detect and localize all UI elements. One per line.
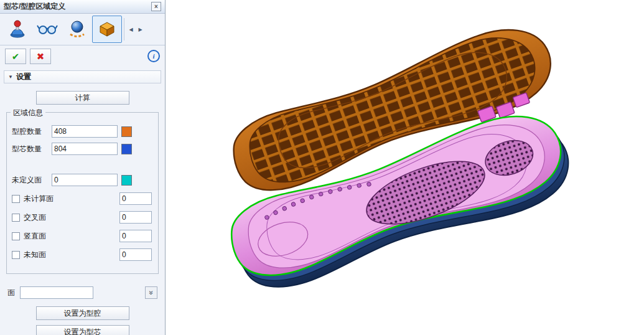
vertical-face-checkbox[interactable] [12,232,20,240]
app: { "panel": { "title": "型芯/型腔区域定义", "clos… [0,0,644,335]
core-count-input[interactable] [52,143,118,155]
box-region-tool-button[interactable] [92,16,122,43]
unknown-face-input[interactable] [119,248,152,261]
collapse-triangle-icon: ▼ [8,74,13,80]
calculate-button[interactable]: 计算 [36,91,129,105]
face-input[interactable] [20,286,93,299]
uncalculated-face-label: 未计算面 [24,194,119,204]
face-label: 面 [7,288,15,298]
vertical-face-label: 竖直面 [24,231,119,242]
cross-face-row: 交叉面 [12,211,153,224]
sphere-tool-button[interactable] [62,16,92,43]
dialog-toolbar: ◀ ▶ [0,14,165,45]
cavity-count-label: 型腔数量 [12,126,48,137]
undefined-face-label: 未定义面 [12,175,48,186]
double-chevron-icon: » [147,291,156,295]
dialog-title: 型芯/型腔区域定义 [4,1,65,12]
core-stamp-icon [7,19,27,40]
face-expand-button[interactable]: » [145,286,157,299]
region-info-groupbox: 区域信息 型腔数量 型芯数量 未定义面 未计算面 [6,112,159,274]
undefined-color-swatch[interactable] [121,175,132,186]
core-count-row: 型芯数量 [12,143,153,155]
set-as-core-button[interactable]: 设置为型芯 [36,325,129,335]
cross-face-checkbox[interactable] [12,214,20,222]
cross-face-input[interactable] [119,211,152,224]
dialog-content: 计算 区域信息 型腔数量 型芯数量 未定义面 未计算面 [0,83,165,335]
cavity-count-row: 型腔数量 [12,125,153,138]
cavity-color-swatch[interactable] [121,126,132,137]
toolbar-separator [124,18,124,40]
settings-section-header[interactable]: ▼ 设置 [4,70,161,83]
3d-viewport[interactable] [166,0,644,335]
cavity-count-input[interactable] [52,125,118,138]
settings-label: 设置 [16,72,31,82]
glasses-view-tool-button[interactable] [32,16,62,43]
uncalculated-face-input[interactable] [119,192,152,205]
box-icon [97,19,117,40]
info-icon[interactable]: i [147,50,160,62]
vertical-face-row: 竖直面 [12,230,153,242]
uncalculated-face-checkbox[interactable] [12,195,20,203]
cross-face-label: 交叉面 [24,212,119,223]
unknown-face-row: 未知面 [12,248,153,261]
unknown-face-checkbox[interactable] [12,251,20,259]
region-info-legend: 区域信息 [11,108,45,118]
undefined-face-input[interactable] [52,174,118,186]
core-stamp-tool-button[interactable] [2,16,32,43]
undefined-face-row: 未定义面 [12,174,153,186]
unknown-face-label: 未知面 [24,250,119,260]
cancel-button[interactable]: ✖ [30,49,51,64]
vertical-face-input[interactable] [119,230,152,242]
confirm-bar: ✔ ✖ i [0,45,165,65]
dialog-titlebar: 型芯/型腔区域定义 × [0,0,165,14]
check-icon: ✔ [12,52,20,61]
toolbar-next-arrow[interactable]: ▶ [136,17,145,42]
sphere-icon [67,19,87,40]
toolbar-prev-arrow[interactable]: ◀ [126,17,136,42]
core-count-label: 型芯数量 [12,144,48,154]
uncalculated-face-row: 未计算面 [12,192,153,205]
glasses-icon [37,19,58,40]
core-cavity-dialog: 型芯/型腔区域定义 × [0,0,166,335]
x-icon: ✖ [37,52,45,61]
ok-button[interactable]: ✔ [5,49,26,64]
face-select-row: 面 » [7,286,157,299]
close-icon[interactable]: × [151,2,161,11]
core-color-swatch[interactable] [121,144,132,154]
viewport-canvas [166,0,644,335]
set-as-cavity-button[interactable]: 设置为型腔 [36,306,129,320]
